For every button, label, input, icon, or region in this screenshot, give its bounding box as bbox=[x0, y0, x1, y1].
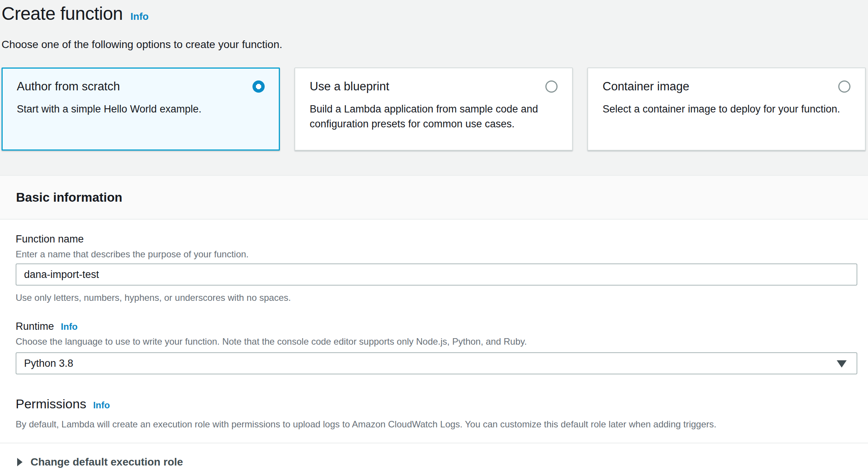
runtime-description: Choose the language to use to write your… bbox=[16, 336, 857, 347]
option-title: Author from scratch bbox=[17, 80, 120, 93]
basic-information-panel: Basic information Function name Enter a … bbox=[0, 175, 868, 472]
runtime-selected-value: Python 3.8 bbox=[24, 358, 73, 369]
option-title: Use a blueprint bbox=[310, 80, 389, 93]
chevron-down-icon bbox=[837, 360, 847, 368]
permissions-section: Permissions Info By default, Lambda will… bbox=[16, 397, 857, 430]
expander-label: Change default execution role bbox=[31, 456, 183, 468]
option-card-head: Use a blueprint bbox=[310, 80, 558, 93]
creation-option-cards: Author from scratch Start with a simple … bbox=[2, 67, 866, 151]
expand-triangle-icon bbox=[17, 458, 23, 466]
page-title-info-link[interactable]: Info bbox=[130, 11, 149, 22]
runtime-field: Runtime Info Choose the language to use … bbox=[16, 321, 857, 374]
function-name-description: Enter a name that describes the purpose … bbox=[16, 249, 857, 260]
permissions-heading: Permissions bbox=[16, 397, 86, 411]
function-name-input[interactable] bbox=[16, 263, 857, 286]
option-card-author-from-scratch[interactable]: Author from scratch Start with a simple … bbox=[2, 67, 280, 151]
runtime-select[interactable]: Python 3.8 bbox=[16, 352, 857, 374]
option-card-container-image[interactable]: Container image Select a container image… bbox=[587, 67, 866, 151]
runtime-label: Runtime bbox=[16, 321, 54, 332]
basic-information-header: Basic information bbox=[0, 175, 868, 220]
function-name-label: Function name bbox=[16, 233, 84, 245]
function-name-constraint: Use only letters, numbers, hyphens, or u… bbox=[16, 292, 857, 303]
option-description: Select a container image to deploy for y… bbox=[603, 102, 850, 117]
runtime-label-row: Runtime Info bbox=[16, 321, 857, 332]
option-description: Build a Lambda application from sample c… bbox=[310, 102, 558, 132]
runtime-info-link[interactable]: Info bbox=[61, 321, 78, 332]
title-row: Create function Info bbox=[2, 3, 868, 24]
radio-unselected-icon[interactable] bbox=[545, 80, 558, 93]
option-card-head: Author from scratch bbox=[17, 80, 265, 93]
permissions-description: By default, Lambda will create an execut… bbox=[16, 419, 857, 430]
basic-information-body: Function name Enter a name that describe… bbox=[0, 220, 868, 443]
option-description: Start with a simple Hello World example. bbox=[17, 102, 265, 117]
option-card-head: Container image bbox=[603, 80, 850, 93]
option-title: Container image bbox=[603, 80, 689, 93]
change-default-execution-role-expander[interactable]: Change default execution role bbox=[0, 443, 868, 472]
basic-information-heading: Basic information bbox=[16, 190, 122, 205]
permissions-label-row: Permissions Info bbox=[16, 397, 857, 411]
option-card-use-a-blueprint[interactable]: Use a blueprint Build a Lambda applicati… bbox=[294, 67, 573, 151]
page-subtitle: Choose one of the following options to c… bbox=[2, 39, 868, 51]
radio-selected-icon[interactable] bbox=[252, 80, 265, 93]
function-name-field: Function name Enter a name that describe… bbox=[16, 233, 857, 303]
permissions-info-link[interactable]: Info bbox=[93, 400, 110, 411]
radio-unselected-icon[interactable] bbox=[838, 80, 850, 93]
page-title: Create function bbox=[2, 3, 123, 24]
create-function-page-header: Create function Info Choose one of the f… bbox=[0, 0, 868, 151]
